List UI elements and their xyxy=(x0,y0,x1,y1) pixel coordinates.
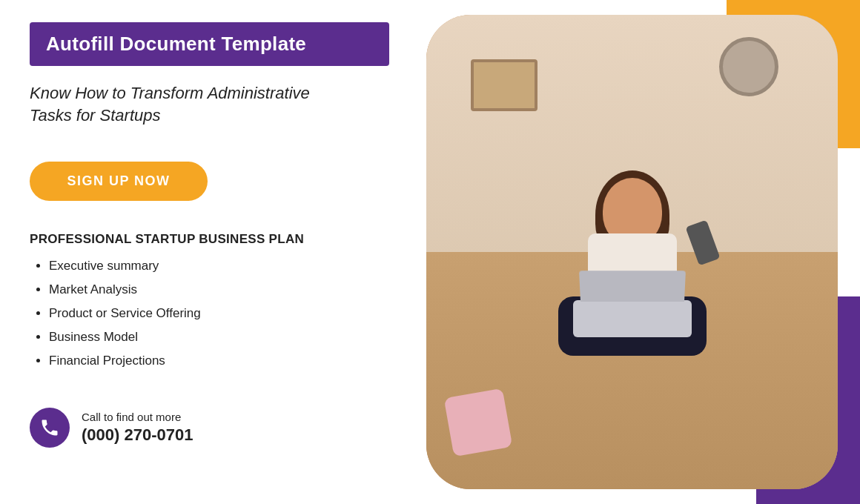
call-label: Call to find out more xyxy=(82,411,193,423)
person-body xyxy=(529,178,736,460)
main-container: Autofill Document Template Know How to T… xyxy=(0,0,860,504)
person-phone xyxy=(685,220,720,266)
phone-icon xyxy=(39,417,60,438)
left-panel: Autofill Document Template Know How to T… xyxy=(0,0,419,504)
list-item: Market Analysis xyxy=(49,281,389,299)
photo-simulation xyxy=(426,15,838,489)
bottom-cta: Call to find out more (000) 270-0701 xyxy=(30,408,389,448)
list-item: Executive summary xyxy=(49,257,389,275)
subtitle: Know How to Transform Administrative Tas… xyxy=(30,82,389,126)
business-plan-list: Executive summary Market Analysis Produc… xyxy=(30,257,389,375)
person-laptop xyxy=(573,300,692,337)
phone-number: (000) 270-0701 xyxy=(82,425,193,445)
wall-frame xyxy=(471,59,538,111)
photo-container xyxy=(426,15,838,489)
header-bar: Autofill Document Template xyxy=(30,22,389,66)
cta-text: Call to find out more (000) 270-0701 xyxy=(82,411,193,445)
business-plan-title: PROFESSIONAL STARTUP BUSINESS PLAN xyxy=(30,232,389,247)
wall-mirror xyxy=(719,37,778,96)
phone-icon-circle xyxy=(30,408,70,448)
person-figure xyxy=(529,178,736,460)
right-panel xyxy=(419,0,860,504)
list-item: Business Model xyxy=(49,328,389,346)
signup-button[interactable]: SIGN UP NOW xyxy=(30,162,208,201)
list-item: Financial Projections xyxy=(49,352,389,370)
list-item: Product or Service Offering xyxy=(49,305,389,322)
pillow xyxy=(444,388,513,457)
header-bar-title: Autofill Document Template xyxy=(46,33,306,55)
